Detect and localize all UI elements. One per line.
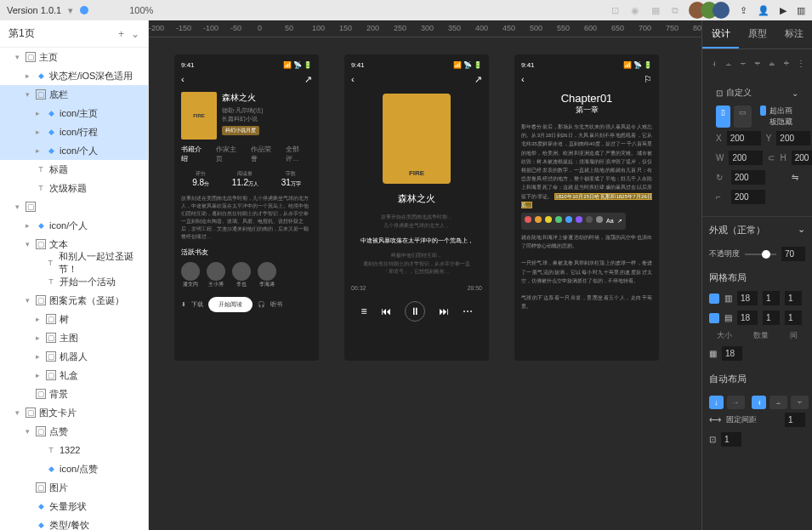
- layer-item[interactable]: ▸◆icon/行程: [0, 123, 148, 141]
- panel-icon[interactable]: ▥: [797, 5, 805, 16]
- time-current: 06:32: [351, 285, 366, 291]
- grid-input[interactable]: [785, 311, 802, 325]
- download-label: 下载: [191, 300, 203, 309]
- layer-item[interactable]: ▾▢点赞: [0, 422, 148, 441]
- layer-item[interactable]: ▸▢礼盒: [0, 366, 148, 385]
- layer-item[interactable]: ▸◆icon/个人: [0, 216, 148, 235]
- inspector-tab[interactable]: 设计: [702, 20, 739, 48]
- overflow-check[interactable]: [760, 105, 766, 116]
- layer-item[interactable]: ◆icon/点赞: [0, 459, 148, 478]
- layer-item[interactable]: ▾▢主页: [0, 48, 148, 66]
- avatar[interactable]: [713, 2, 730, 19]
- align-center-icon[interactable]: ⫠: [724, 56, 733, 70]
- constraint-icon: ⊡: [716, 88, 723, 98]
- dropdown-icon[interactable]: ▾: [68, 5, 73, 16]
- w-input[interactable]: [729, 151, 763, 165]
- align-left-icon[interactable]: ⫞: [709, 56, 718, 70]
- player-desc: 故事开始在美国南北战争时期，几个俘虏乘坐气球的北方人，: [351, 214, 482, 230]
- layer-item[interactable]: ▾▢图案元素（圣诞）: [0, 291, 148, 310]
- h-input[interactable]: [792, 151, 812, 165]
- layer-item[interactable]: ▸▢树: [0, 310, 148, 328]
- inspector-tab[interactable]: 原型: [739, 20, 775, 48]
- time-total: 28:50: [467, 285, 482, 291]
- page-menu-icon[interactable]: ⌄: [131, 28, 139, 40]
- direction-h[interactable]: →: [727, 396, 745, 409]
- link-icon[interactable]: ⊂: [768, 153, 775, 162]
- layer-item[interactable]: ▸▢主图: [0, 328, 148, 347]
- rotate-icon: ↻: [716, 173, 726, 182]
- x-input[interactable]: [727, 131, 761, 145]
- headphone-icon: 🎧: [258, 301, 265, 308]
- play-icon[interactable]: ▶: [780, 5, 786, 16]
- opacity-input[interactable]: [781, 247, 805, 261]
- inspector-panel: 设计原型标注 ⫞ ⫠ ⫟ ⫧ ⫨ ⫩ ⋮ ⊡ 自定义 ⌄ ▯ ▭ 超出画板隐藏 …: [701, 20, 812, 530]
- layer-item[interactable]: ▸◆icon/个人: [0, 141, 148, 160]
- inspector-tabs: 设计原型标注: [702, 20, 812, 49]
- ruler-horizontal: -200-150-100-500501001502002503003504004…: [149, 20, 701, 37]
- grid-input[interactable]: [763, 311, 780, 325]
- layer-item[interactable]: ▸◆icon/主页: [0, 104, 148, 123]
- artboard-book-detail[interactable]: 9:41📶 📡 🔋 ‹↗ FIRE 森林之火 德勒·凡尔纳(法) 长篇科幻小说 …: [174, 54, 319, 361]
- version-label[interactable]: Version 1.0.1: [7, 5, 61, 15]
- layer-item[interactable]: ▾▢图文卡片: [0, 403, 148, 422]
- copy-icon[interactable]: ⧉: [672, 5, 679, 16]
- layer-item[interactable]: ▾▢底栏: [0, 85, 148, 104]
- layer-item[interactable]: ▸◆状态栏/iOS深色适用: [0, 66, 148, 85]
- layer-item[interactable]: ◆矢量形状: [0, 497, 148, 516]
- crop-icon[interactable]: ⊡: [611, 5, 619, 16]
- inspector-tab[interactable]: 标注: [775, 20, 812, 48]
- padding-input[interactable]: [721, 432, 741, 447]
- device-phone[interactable]: ▯: [716, 105, 730, 128]
- zoom-label[interactable]: 100%: [129, 5, 153, 15]
- grid-col-check[interactable]: [709, 293, 719, 304]
- layer-item[interactable]: T次级标题: [0, 179, 148, 197]
- flip-icon[interactable]: ⇋: [792, 173, 798, 182]
- appearance-header[interactable]: 外观（正常）⌄: [702, 217, 812, 243]
- layer-item[interactable]: T标题: [0, 160, 148, 179]
- justify-center[interactable]: ⫠: [769, 396, 787, 409]
- align-right-icon[interactable]: ⫟: [738, 56, 747, 70]
- artboard-reader[interactable]: 9:41📶 📡 🔋 ‹⚐ Chapter01 第一章 那年春分前后，那场从东北方…: [514, 54, 659, 361]
- bookmark-icon: ⚐: [644, 74, 652, 85]
- layer-item[interactable]: ▾▢: [0, 197, 148, 216]
- layer-item[interactable]: ▢图片: [0, 478, 148, 497]
- grid-input[interactable]: [763, 291, 780, 305]
- artboard-player[interactable]: 9:41📶 📡 🔋 ‹↗ FIRE 森林之火 故事开始在美国南北战争时期，几个俘…: [344, 54, 489, 361]
- align-bottom-icon[interactable]: ⫩: [781, 56, 791, 70]
- user-add-icon[interactable]: 👤: [758, 5, 769, 16]
- rotate-input[interactable]: [731, 170, 765, 185]
- add-page-icon[interactable]: +: [118, 28, 124, 40]
- layer-item[interactable]: ▢背景: [0, 385, 148, 403]
- status-time: 9:41: [351, 61, 365, 69]
- grid-input[interactable]: [737, 291, 758, 305]
- page-tab[interactable]: 第1页 + ⌄: [0, 20, 148, 48]
- distribute-icon[interactable]: ⋮: [796, 56, 805, 70]
- share-icon[interactable]: ⇪: [740, 5, 747, 16]
- read-button: 开始阅读: [208, 297, 253, 312]
- chevron-down-icon: ⌄: [798, 224, 805, 237]
- canvas[interactable]: -200-150-100-500501001502002503003504004…: [149, 20, 701, 530]
- y-input[interactable]: [776, 131, 810, 145]
- align-middle-icon[interactable]: ⫨: [767, 56, 776, 70]
- constraint-select[interactable]: ⊡ 自定义 ⌄: [709, 83, 805, 102]
- canvas-tools: ⊡ ◉ ▦ ⧉: [611, 5, 679, 16]
- opacity-slider[interactable]: [745, 254, 776, 255]
- gap-icon: ⟷: [709, 415, 721, 425]
- grid-row-check[interactable]: [709, 313, 719, 323]
- align-top-icon[interactable]: ⫧: [752, 56, 762, 70]
- frame-icon[interactable]: ◉: [631, 5, 639, 16]
- layer-item[interactable]: T1322: [0, 441, 148, 459]
- justify-start[interactable]: ⫞: [752, 396, 766, 409]
- layer-item[interactable]: ▸▢机器人: [0, 347, 148, 366]
- grid-input[interactable]: [722, 346, 742, 361]
- radius-input[interactable]: [731, 190, 765, 204]
- gap-input[interactable]: [785, 413, 805, 427]
- grid-input[interactable]: [737, 311, 758, 325]
- direction-v[interactable]: ↓: [709, 396, 724, 409]
- layer-item[interactable]: T和别人一起过圣诞节！: [0, 254, 148, 272]
- device-landscape[interactable]: ▭: [734, 105, 752, 128]
- grid-input[interactable]: [785, 291, 802, 305]
- layer-item[interactable]: ◆类型/餐饮: [0, 516, 148, 530]
- image-icon[interactable]: ▦: [651, 5, 660, 16]
- justify-end[interactable]: ⫟: [791, 396, 809, 409]
